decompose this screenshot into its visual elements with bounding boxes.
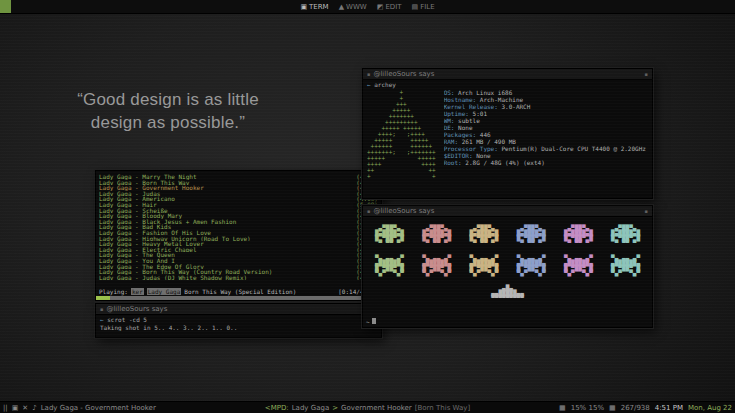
quote-line-2: design as possible.” — [58, 111, 278, 134]
info-label: Processor Type: — [444, 145, 502, 152]
music-player-window[interactable]: Lady Gaga - Marry The Night(4:25)Lady Ga… — [95, 170, 382, 301]
workspace-label: EDIT — [385, 3, 401, 11]
invaders-window-titlebar[interactable]: ▪ @lilleoSours says ▪ — [363, 206, 652, 217]
workspace-label: WWW — [346, 3, 367, 11]
scrot-command-line: ← scrot -cd 5 — [96, 315, 381, 323]
info-value: 2.8G / 48G (4%) (ext4) — [465, 159, 544, 166]
memory-usage: 267/938 — [621, 404, 650, 412]
player-statusline: Playing: ker Lady Gaga Born This Way (Sp… — [96, 287, 381, 296]
archey-command: archey — [374, 81, 396, 88]
invader-row-b: ▀▄ ▄▄ ▄▀ ▄██████▄ █ ▀██▀ █ ▀▄▀ ▀▄▀▀▄ ▄▄ … — [375, 255, 640, 275]
clock-time: 4:51 PM — [655, 404, 683, 412]
invader-ship: ▄█▄ ▄▄█████▄▄ ▀▀▀▀▀▀▀▀▀ — [375, 285, 640, 300]
window-title: @lilleoSours says — [373, 207, 434, 215]
mpd-separator: > — [332, 404, 338, 412]
archey-window-titlebar[interactable]: ▪ @lilleoSours says ▪ — [363, 69, 652, 80]
prompt-tilde: ~ — [366, 318, 370, 325]
info-label: Hostname: — [444, 96, 480, 103]
cpu-usage: 15% 15% — [571, 404, 604, 412]
cpu-icon: ▦ — [559, 404, 566, 412]
pager-indicator[interactable]: || — [3, 404, 8, 412]
system-info: OS: Arch Linux i686Hostname: Arch-Machin… — [444, 89, 646, 179]
file-icon: ▤ — [412, 3, 419, 11]
window-close-button[interactable]: ✕ — [22, 404, 28, 412]
mpd-artist: Lady Gaga — [292, 404, 329, 412]
info-value: Arch-Machine — [480, 96, 523, 103]
workspace-switcher: ▣TERM▲WWW◩EDIT▤FILE — [300, 3, 434, 11]
prompt-arrow-icon: ← — [367, 81, 371, 88]
workspace-file[interactable]: ▤FILE — [412, 3, 435, 11]
info-label: RAM: — [444, 138, 462, 145]
invader-sprite: ▀▄ ▄▄ ▄▀ ▄██████▄ █ ▀██▀ █ ▀▄▀ ▀▄▀ — [611, 255, 640, 275]
system-info-line: WM: subtle — [444, 117, 646, 124]
info-value: 446 — [480, 131, 491, 138]
info-label: Root: — [444, 159, 466, 166]
player-track-title: Born This Way (Special Edition) — [184, 288, 296, 295]
window-dot-icon: ▪ — [100, 306, 103, 312]
edit-icon: ◩ — [377, 3, 384, 11]
music-note-icon: ♪ — [32, 404, 36, 412]
invaders-terminal-window[interactable]: ▪ @lilleoSours says ▪ ▄▀██▀▄ █▄████▄█ █ … — [362, 205, 653, 328]
workspace-term[interactable]: ▣TERM — [300, 3, 328, 11]
window-mode-button[interactable]: ▣ — [12, 404, 19, 412]
track-title: Lady Gaga - Judas (DJ White Shadow Remix… — [99, 275, 247, 281]
system-info-line: Kernel Release: 3.0-ARCH — [444, 103, 646, 110]
window-dot-icon: ▪ — [645, 208, 648, 214]
archey-terminal-window[interactable]: ▪ @lilleoSours says ▪ ← archey + + +++ +… — [362, 68, 653, 199]
wallpaper-quote: “Good design is as little design as poss… — [58, 88, 278, 134]
info-label: WM: — [444, 117, 458, 124]
term-icon: ▣ — [300, 3, 307, 11]
workspace-label: FILE — [420, 3, 434, 11]
invader-sprite: ▄▀██▀▄ █▄████▄█ █ ▀██▀ █ ▀ ▀▀ ▀ — [564, 225, 593, 245]
system-info-line: RAM: 261 MB / 490 MB — [444, 138, 646, 145]
system-info-line: $EDITOR: None — [444, 152, 646, 159]
invader-sprite: ▀▄ ▄▄ ▄▀ ▄██████▄ █ ▀██▀ █ ▀▄▀ ▀▄▀ — [469, 255, 498, 275]
info-value: Pentium(R) Dual-Core CPU T4400 @ 2.20GHz — [501, 145, 646, 152]
invader-sprite: ▀▄ ▄▄ ▄▀ ▄██████▄ █ ▀██▀ █ ▀▄▀ ▀▄▀ — [375, 255, 404, 275]
player-artist: Lady Gaga — [147, 288, 182, 295]
window-title: @lilleoSours says — [106, 305, 167, 313]
invader-sprite: ▄▀██▀▄ █▄████▄█ █ ▀██▀ █ ▀ ▀▀ ▀ — [469, 225, 498, 245]
clock-date: Mon, Aug 22 — [688, 404, 732, 412]
system-info-line: Processor Type: Pentium(R) Dual-Core CPU… — [444, 145, 646, 152]
player-tag-1: ker — [131, 288, 144, 295]
info-label: Uptime: — [444, 110, 473, 117]
taskbar-now-playing[interactable]: Lady Gaga - Government Hooker — [41, 404, 156, 412]
mpd-track: Government Hooker — [341, 404, 412, 412]
bottom-bar: || ▣ ✕ ♪ Lady Gaga - Government Hooker <… — [0, 401, 735, 413]
system-info-line: OS: Arch Linux i686 — [444, 89, 646, 96]
scrot-terminal-window[interactable]: ▪ @lilleoSours says ▪ ← scrot -cd 5 Taki… — [95, 303, 382, 338]
workspace-www[interactable]: ▲WWW — [339, 3, 367, 11]
invader-sprite: ▄▀██▀▄ █▄████▄█ █ ▀██▀ █ ▀ ▀▀ ▀ — [517, 225, 546, 245]
invader-sprite: ▀▄ ▄▄ ▄▀ ▄██████▄ █ ▀██▀ █ ▀▄▀ ▀▄▀ — [564, 255, 593, 275]
window-dot-icon: ▪ — [367, 71, 370, 77]
prompt-arrow-icon: ← — [100, 316, 104, 323]
info-value: subtle — [458, 117, 480, 124]
mpd-status: <MPD: Lady Gaga > Government Hooker [Bor… — [265, 404, 470, 412]
window-dot-icon: ▪ — [367, 208, 370, 214]
info-label: OS: — [444, 89, 458, 96]
info-label: $EDITOR: — [444, 152, 477, 159]
progress-bar[interactable] — [96, 296, 381, 300]
system-info-line: Root: 2.8G / 48G (4%) (ext4) — [444, 159, 646, 166]
invaders-prompt-line: ~ — [366, 318, 376, 325]
system-info-line: DE: None — [444, 124, 646, 131]
info-value: None — [476, 152, 490, 159]
mpd-prefix: <MPD: — [265, 404, 289, 412]
invader-sprite: ▀▄ ▄▄ ▄▀ ▄██████▄ █ ▀██▀ █ ▀▄▀ ▀▄▀ — [422, 255, 451, 275]
scrot-output-line: Taking shot in 5.. 4.. 3.. 2.. 1.. 0.. — [96, 323, 381, 331]
info-value: 3.0-ARCH — [501, 103, 530, 110]
workspace-edit[interactable]: ◩EDIT — [377, 3, 402, 11]
info-value: Arch Linux i686 — [458, 89, 512, 96]
info-value: None — [458, 124, 472, 131]
info-value: 261 MB / 490 MB — [462, 138, 516, 145]
invader-sprite: ▄▀██▀▄ █▄████▄█ █ ▀██▀ █ ▀ ▀▀ ▀ — [375, 225, 404, 245]
workspace-corner-indicator[interactable] — [0, 0, 11, 13]
archey-command-line: ← archey — [363, 80, 652, 89]
scrot-command: scrot -cd 5 — [107, 316, 147, 323]
window-title: @lilleoSours says — [373, 70, 434, 78]
scrot-window-titlebar[interactable]: ▪ @lilleoSours says ▪ — [96, 304, 381, 315]
www-icon: ▲ — [339, 3, 344, 11]
playlist-row[interactable]: Lady Gaga - Judas (DJ White Shadow Remix… — [99, 275, 378, 281]
memory-icon: ▦ — [609, 404, 616, 412]
